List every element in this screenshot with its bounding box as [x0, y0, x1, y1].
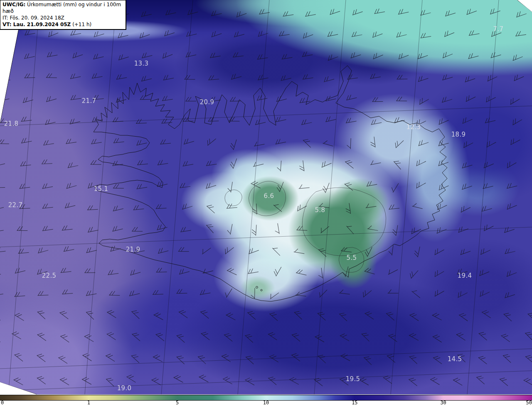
wind-barb [42, 183, 53, 189]
wind-barb [276, 181, 283, 192]
colorbar-tick: 0 [1, 400, 4, 406]
wind-barb [397, 8, 409, 14]
wind-barb [268, 330, 279, 340]
wind-barb [319, 203, 330, 208]
wind-barb [91, 72, 102, 78]
wind-barb [91, 160, 101, 164]
wind-barb [414, 179, 426, 188]
wind-barb [351, 8, 363, 15]
colorbar-tick: 5 [176, 400, 179, 406]
colorbar-ticks: 01510153050 [0, 401, 532, 406]
wind-barb [269, 311, 280, 321]
wind-barb [42, 203, 53, 208]
wind-barb [42, 139, 54, 145]
wind-barb [441, 73, 453, 80]
wind-barb [323, 75, 334, 82]
wind-barb [107, 308, 118, 318]
wind-barb [14, 292, 25, 297]
wind-barb [459, 204, 470, 213]
wind-barb [390, 181, 399, 193]
wind-barb [205, 135, 216, 145]
model-id: UWC/IG: [2, 2, 25, 7]
wind-barb [465, 7, 477, 15]
wind-barb [162, 95, 173, 100]
wind-barb [154, 311, 165, 320]
wind-barb [229, 157, 236, 169]
wind-barb [501, 332, 512, 342]
wind-barb [208, 75, 219, 80]
wind-barb [112, 117, 123, 122]
wind-barb [70, 94, 81, 100]
wind-barb [302, 73, 313, 79]
wind-barb [58, 354, 69, 364]
wind-barb [165, 9, 176, 15]
wind-barb [388, 332, 399, 342]
wind-barb [315, 333, 326, 342]
wind-barb [210, 29, 222, 37]
colorbar-tick: 30 [440, 400, 446, 406]
wind-barb [417, 95, 429, 105]
wind-barb [340, 352, 352, 361]
wind-barb [208, 117, 219, 121]
wind-barb [365, 203, 376, 208]
wind-barb [201, 330, 212, 340]
wind-barb [117, 31, 128, 38]
wind-barb [67, 161, 79, 168]
wind-barb [230, 73, 241, 80]
wind-barb [476, 374, 487, 384]
wind-barb [370, 137, 375, 148]
wind-barb [479, 330, 490, 340]
wind-barb [226, 311, 237, 320]
wind-barb [503, 352, 514, 363]
wind-barb [443, 29, 454, 37]
wind-barb [318, 247, 329, 257]
wind-barb [396, 97, 407, 101]
wind-barb [59, 309, 71, 319]
wind-barb [178, 247, 189, 252]
wind-barb [0, 118, 9, 122]
wind-barb [318, 310, 328, 320]
wind-barb [515, 10, 527, 17]
wind-barb [456, 331, 468, 340]
wind-barb [36, 267, 47, 274]
wind-barb [198, 354, 209, 364]
wind-barb [291, 352, 303, 361]
wind-barb [457, 225, 468, 232]
wind-barb [478, 354, 490, 364]
wind-barb [45, 95, 57, 102]
wind-barb [23, 52, 35, 59]
wind-barb [232, 52, 244, 57]
wind-barb [182, 137, 194, 144]
wind-barb [60, 376, 71, 385]
contour-lines [225, 181, 386, 272]
wind-barb [131, 308, 142, 319]
wind-barb [435, 225, 447, 233]
wind-barb [484, 117, 495, 123]
wind-barb [510, 116, 522, 125]
wind-barb [141, 51, 153, 58]
wind-barb [37, 352, 48, 362]
wind-barb [459, 311, 470, 321]
wind-barb [113, 184, 124, 188]
wind-barb [301, 51, 313, 57]
wind-barb [304, 10, 315, 17]
wind-barb [135, 139, 147, 145]
wind-barb [205, 160, 217, 166]
wind-barb [156, 331, 167, 341]
wind-barb [37, 331, 49, 341]
valid-time-offset: (+11 h) [71, 22, 91, 27]
wind-barb [512, 73, 524, 81]
wind-barb [372, 51, 383, 59]
wind-barb [461, 182, 472, 189]
wind-barb [60, 267, 71, 273]
title-box: UWC/IG: Úrkomumætti (mm) og vindur i 100… [0, 0, 126, 30]
wind-barb [202, 267, 213, 273]
wind-barb [251, 225, 256, 236]
wind-barb [233, 30, 244, 37]
wind-barb [482, 160, 494, 168]
wind-barb [41, 159, 52, 164]
wind-barb [364, 245, 372, 257]
forecast-map: 7.713.321.720.921.812.318.915.122.76.65.… [0, 0, 532, 394]
wind-barb [432, 311, 444, 320]
colorbar-tick: 15 [352, 400, 357, 406]
